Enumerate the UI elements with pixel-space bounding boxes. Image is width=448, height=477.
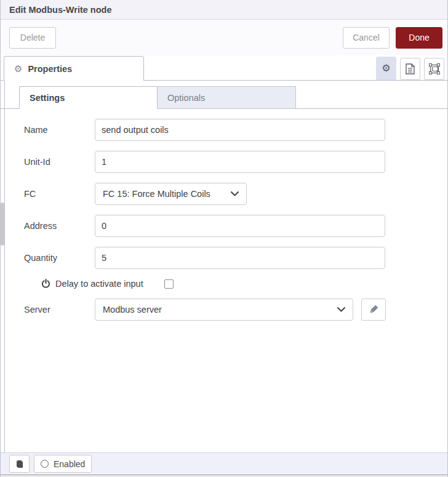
fc-row: FC FC 15: Force Multiple Coils [24, 183, 447, 205]
edit-server-button[interactable] [361, 299, 386, 321]
chevron-down-icon [231, 191, 239, 196]
editor-view-buttons: ⚙ [376, 57, 447, 80]
optionals-tab-label: Optionals [167, 93, 205, 103]
vertical-scrollbar[interactable] [1, 81, 5, 452]
address-row: Address [24, 215, 447, 237]
properties-view-button[interactable]: ⚙ [376, 57, 396, 80]
name-label: Name [24, 125, 95, 135]
scrollbar-thumb[interactable] [1, 202, 4, 246]
address-label: Address [24, 221, 95, 231]
dialog-footer: Enabled [1, 452, 447, 475]
server-select[interactable]: Modbus server [95, 299, 353, 321]
pencil-icon [369, 305, 378, 315]
unit-id-input[interactable] [95, 151, 385, 173]
tab-settings[interactable]: Settings [19, 86, 158, 109]
appearance-icon [429, 63, 440, 74]
delay-checkbox[interactable] [164, 279, 174, 289]
fc-select[interactable]: FC 15: Force Multiple Coils [95, 183, 247, 205]
settings-form: Name Unit-Id FC FC 15: Force Multiple Co… [6, 109, 447, 321]
appearance-view-button[interactable] [424, 58, 444, 80]
book-icon [15, 460, 24, 468]
dialog-toolbar: Delete Cancel Done [1, 20, 447, 55]
quantity-row: Quantity [24, 247, 447, 269]
docs-button[interactable] [9, 455, 30, 473]
server-selected-option: Modbus server [103, 305, 162, 315]
properties-tab-bar: ⚙ Properties ⚙ [1, 55, 447, 81]
tab-properties[interactable]: ⚙ Properties [4, 56, 144, 81]
gear-icon: ⚙ [382, 63, 390, 73]
settings-tab-bar: Settings Optionals [19, 86, 447, 109]
cancel-button[interactable]: Cancel [343, 27, 390, 49]
tab-optionals[interactable]: Optionals [158, 86, 296, 109]
document-icon [406, 63, 415, 74]
gear-icon: ⚙ [14, 64, 22, 73]
node-properties-panel: Settings Optionals Name Unit-Id FC FC 15… [1, 81, 447, 452]
delay-label: Delay to activate input [55, 279, 143, 289]
delete-button[interactable]: Delete [9, 27, 56, 49]
server-row: Server Modbus server [24, 299, 447, 321]
chevron-down-icon [337, 307, 345, 312]
toolbar-right-group: Cancel Done [343, 27, 442, 49]
description-view-button[interactable] [400, 58, 420, 80]
properties-tab-label: Properties [28, 64, 72, 74]
unit-id-row: Unit-Id [24, 151, 447, 173]
server-label: Server [24, 305, 95, 315]
fc-label: FC [24, 189, 95, 199]
edit-node-dialog: Edit Modbus-Write node Delete Cancel Don… [0, 0, 448, 477]
fc-selected-option: FC 15: Force Multiple Coils [103, 189, 210, 199]
dialog-titlebar: Edit Modbus-Write node [1, 0, 447, 20]
tray-bottom-edge [1, 475, 447, 477]
delay-row: Delay to activate input [41, 279, 447, 289]
enabled-toggle-button[interactable]: Enabled [34, 455, 92, 473]
dialog-title: Edit Modbus-Write node [9, 5, 111, 15]
unit-id-label: Unit-Id [24, 157, 95, 167]
settings-tab-label: Settings [30, 93, 65, 103]
done-button[interactable]: Done [396, 27, 442, 49]
address-input[interactable] [95, 215, 385, 237]
quantity-input[interactable] [95, 247, 385, 269]
power-icon [41, 279, 50, 289]
circle-icon [41, 460, 49, 468]
enabled-label: Enabled [54, 459, 85, 469]
name-row: Name [24, 119, 447, 141]
quantity-label: Quantity [24, 253, 95, 263]
name-input[interactable] [95, 119, 385, 141]
